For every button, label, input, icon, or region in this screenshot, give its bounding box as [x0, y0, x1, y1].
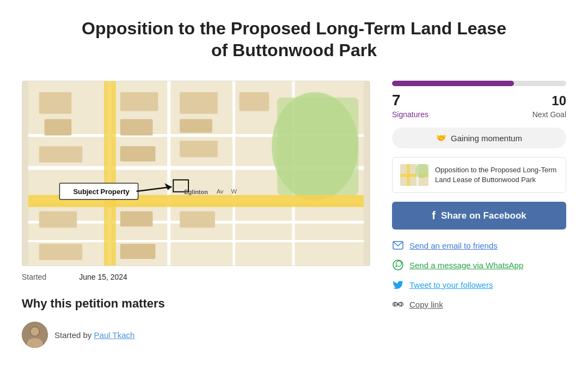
svg-rect-26	[180, 212, 215, 228]
facebook-share-button[interactable]: f Share on Facebook	[392, 202, 566, 230]
petition-thumbnail	[400, 164, 428, 186]
svg-rect-18	[180, 92, 218, 114]
started-by-label: Started by	[54, 330, 91, 340]
progress-bar-fill	[392, 81, 514, 86]
progress-bar-background	[392, 81, 566, 86]
svg-rect-21	[120, 146, 156, 161]
email-icon	[392, 239, 404, 251]
copy-icon	[392, 298, 404, 310]
svg-rect-11	[277, 98, 358, 195]
twitter-link[interactable]: Tweet to your followers	[392, 279, 566, 291]
svg-rect-25	[120, 212, 153, 227]
svg-text:Eglinton: Eglinton	[184, 189, 208, 195]
signature-count: 7	[392, 92, 401, 109]
goal-label: Next Goal	[532, 110, 566, 119]
svg-rect-28	[120, 244, 156, 259]
copy-link[interactable]: Copy link	[392, 298, 566, 310]
signatures-row: 7 10	[392, 92, 566, 109]
momentum-icon: 🤝	[436, 133, 446, 143]
svg-rect-20	[39, 146, 83, 162]
avatar	[22, 322, 48, 348]
twitter-icon	[392, 279, 404, 291]
whatsapp-link-text: Send a message via WhatsApp	[409, 261, 523, 270]
svg-rect-27	[39, 244, 83, 260]
svg-rect-23	[240, 92, 270, 111]
author-text: Started by Paul Tkach	[54, 330, 134, 340]
svg-rect-13	[104, 81, 116, 266]
whatsapp-icon	[392, 259, 404, 271]
petition-card-text: Opposition to the Proposed Long-Term Lan…	[435, 165, 558, 185]
momentum-badge: 🤝 Gaining momentum	[392, 128, 566, 148]
momentum-text: Gaining momentum	[451, 134, 522, 143]
copy-link-text: Copy link	[409, 300, 443, 309]
started-date: June 15, 2024	[79, 273, 127, 281]
svg-text:Subject Property: Subject Property	[73, 188, 130, 196]
svg-rect-16	[120, 92, 158, 111]
twitter-link-text: Tweet to your followers	[409, 280, 493, 289]
svg-rect-44	[407, 164, 410, 186]
started-row: Started June 15, 2024	[22, 273, 370, 281]
action-links: Send an email to friends Send a message …	[392, 239, 566, 310]
email-link-text: Send an email to friends	[409, 241, 498, 250]
right-column: 7 10 Signatures Next Goal 🤝 Gaining mome…	[392, 81, 566, 310]
svg-rect-22	[180, 141, 218, 157]
petition-card: Opposition to the Proposed Long-Term Lan…	[392, 157, 566, 193]
svg-text:Av: Av	[217, 188, 224, 195]
whatsapp-link[interactable]: Send a message via WhatsApp	[392, 259, 566, 271]
svg-rect-15	[45, 119, 72, 136]
author-link[interactable]: Paul Tkach	[94, 330, 135, 340]
left-column: Subject Property Eglinton Av W Started J…	[22, 81, 370, 348]
svg-rect-14	[39, 92, 72, 114]
facebook-icon: f	[432, 209, 436, 222]
labels-row: Signatures Next Goal	[392, 110, 566, 119]
svg-rect-24	[39, 212, 77, 228]
svg-text:W: W	[231, 188, 237, 195]
petition-map: Subject Property Eglinton Av W	[22, 81, 370, 266]
author-row: Started by Paul Tkach	[22, 322, 370, 348]
email-link[interactable]: Send an email to friends	[392, 239, 566, 251]
started-label: Started	[22, 273, 46, 281]
goal-count: 10	[552, 93, 566, 108]
svg-point-40	[30, 327, 39, 336]
svg-rect-19	[180, 119, 212, 133]
petition-matters-heading: Why this petition matters	[22, 297, 370, 311]
svg-rect-17	[120, 119, 153, 136]
signatures-label: Signatures	[392, 110, 428, 119]
progress-section: 7 10 Signatures Next Goal	[392, 81, 566, 119]
page-title: Opposition to the Proposed Long-Term Lan…	[76, 17, 512, 61]
facebook-btn-label: Share on Facebook	[441, 210, 526, 221]
